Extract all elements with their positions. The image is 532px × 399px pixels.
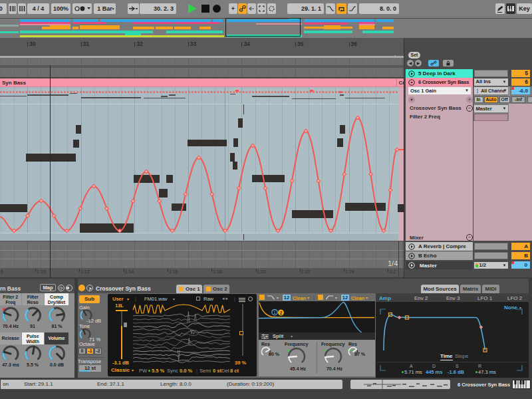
svg-text:2: 2 [280, 310, 283, 315]
svg-text:1: 1 [273, 310, 276, 315]
